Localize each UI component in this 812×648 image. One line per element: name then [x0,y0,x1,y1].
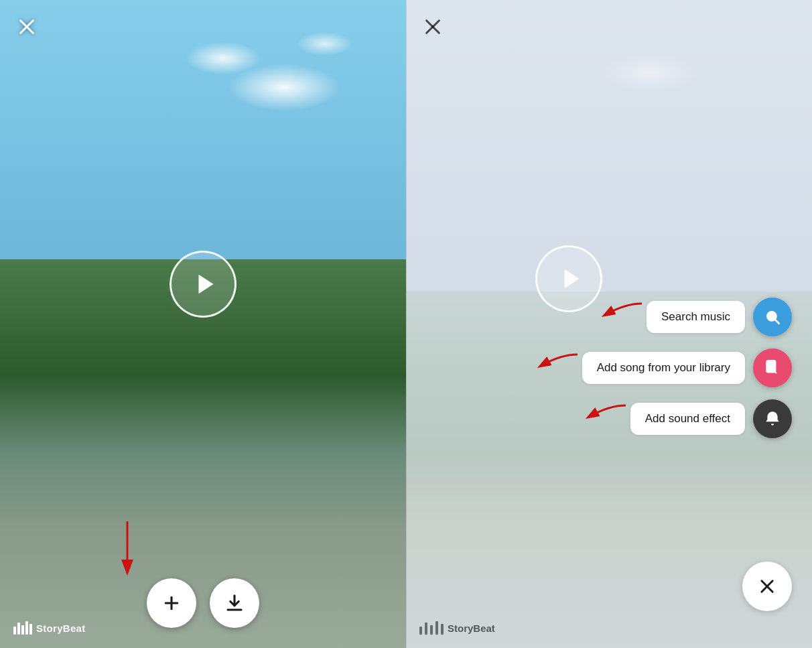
left-panel: StoryBeat [0,0,406,648]
arrow-sound-icon [582,402,629,435]
close-icon [17,17,36,36]
svg-marker-2 [199,274,214,294]
storybeat-logo-left: StoryBeat [13,621,86,635]
add-button[interactable] [147,578,196,628]
plus-icon [161,593,182,613]
brand-name-right: StoryBeat [448,623,495,634]
search-icon [764,308,781,326]
download-icon [224,593,245,613]
brand-name-left: StoryBeat [36,623,86,634]
search-music-button[interactable]: Search music [647,301,745,333]
red-arrow-left-icon [107,518,147,578]
bell-icon [764,410,781,428]
add-song-icon-button[interactable] [753,348,792,387]
file-search-icon [764,359,781,377]
storybeat-logo-right: StoryBeat [419,621,495,635]
close-x-icon [758,577,776,596]
red-arrow-search-icon [598,300,645,330]
arrow-left [107,518,147,581]
close-icon-right [423,17,442,36]
play-button-left[interactable] [170,251,236,318]
add-song-button[interactable]: Add song from your library [582,352,745,384]
close-x-button[interactable] [742,562,792,611]
left-background [0,0,406,648]
right-panel: Search music Add s [406,0,812,648]
add-sound-icon-button[interactable] [753,399,792,438]
play-icon-left [192,271,218,297]
bars-icon-right [419,621,444,635]
search-music-row: Search music [598,298,792,336]
download-button[interactable] [210,578,259,628]
add-sound-button[interactable]: Add sound effect [630,403,745,435]
svg-line-13 [775,320,779,323]
right-close-button[interactable] [419,13,446,40]
add-song-row: Add song from your library [534,348,792,387]
bars-icon-left [13,621,32,635]
bottom-buttons-left [147,578,259,628]
add-sound-row: Add sound effect [582,399,792,438]
arrow-library-icon [534,351,581,384]
search-music-icon-button[interactable] [753,298,792,336]
audio-menu: Search music Add s [534,298,792,438]
play-icon-right [558,266,584,291]
red-arrow-sound-icon [582,402,629,432]
arrow-search-icon [598,300,645,333]
left-close-button[interactable] [13,13,40,40]
panel-divider [406,0,407,648]
red-arrow-library-icon [534,351,581,381]
svg-marker-10 [565,269,580,289]
